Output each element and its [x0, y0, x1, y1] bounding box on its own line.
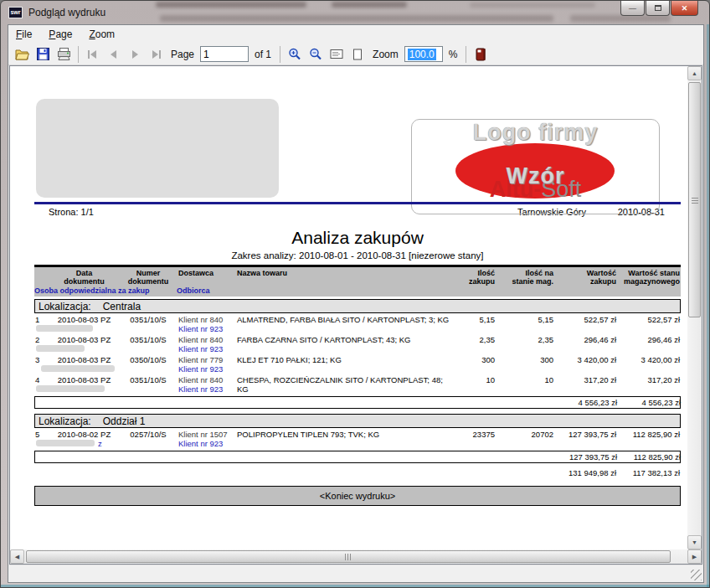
save-button[interactable]	[33, 45, 52, 64]
print-preview-window: swr Podgląd wydruku — ✕ File Page Zoom	[0, 0, 710, 588]
col-date: Data dokumentu	[49, 269, 120, 286]
report-title: Analiza zakupów	[34, 228, 681, 248]
redacted-name-suffix: z	[98, 439, 102, 448]
restore-icon	[655, 5, 661, 11]
scroll-up-icon: ▲	[692, 70, 697, 76]
menu-bar: File Page Zoom	[8, 25, 703, 44]
table-row: 5 2010-08-02 PZ 0257/10/S Klient nr 1507…	[34, 430, 681, 448]
subtotal-centrala: 4 556,23 zł 4 556,23 zł	[34, 396, 681, 409]
table-row: 3 2010-08-03 PZ 0350/10/S Klient nr 779K…	[34, 355, 681, 374]
vertical-scroll-thumb[interactable]	[688, 82, 701, 317]
scroll-down-button[interactable]: ▼	[687, 535, 702, 549]
page-info: Strona: 1/1	[49, 207, 94, 217]
client-area: File Page Zoom	[8, 24, 704, 583]
header-rule	[34, 202, 681, 204]
zoom-in-icon	[288, 48, 301, 61]
end-of-print-banner: <Koniec wydruku>	[34, 486, 681, 506]
thumb-grip-icon	[345, 554, 352, 560]
close-button[interactable]: ✕	[671, 1, 698, 16]
horizontal-scroll-thumb[interactable]	[26, 550, 671, 563]
col-responsible: Osoba odpowiedzialna za zakup	[34, 286, 150, 295]
glass-smudge	[470, 3, 595, 8]
table-row: 4 2010-08-03 PZ 0351/10/S Klient nr 840K…	[34, 375, 681, 394]
exit-door-icon	[476, 48, 486, 61]
next-page-icon	[129, 49, 141, 59]
logo-placeholder-line2: Wzór	[412, 163, 659, 189]
report-subtitle: Zakres analizy: 2010-08-01 - 2010-08-31 …	[34, 250, 681, 260]
col-qty: Ilość zakupu	[440, 269, 496, 286]
toolbar-separator	[466, 46, 466, 63]
page-label: Page	[171, 49, 194, 60]
next-page-button[interactable]	[126, 45, 144, 64]
horizontal-scrollbar[interactable]: ◀ ▶	[10, 549, 702, 564]
redacted-name	[36, 440, 95, 446]
previous-page-button[interactable]	[105, 45, 123, 64]
window-frame-edge	[707, 24, 709, 587]
open-folder-icon	[15, 49, 29, 60]
percent-label: %	[449, 49, 458, 60]
page-number-input[interactable]: 1	[200, 46, 249, 62]
section-header-centrala: Lokalizacja:Centrala	[34, 299, 681, 313]
first-page-button[interactable]	[84, 45, 102, 64]
section-header-oddzial-1: Lokalizacja:Oddział 1	[34, 414, 681, 428]
window-title: Podgląd wydruku	[28, 7, 105, 18]
col-value: Wartość zakupu	[554, 269, 617, 286]
menu-page[interactable]: Page	[49, 28, 72, 40]
window-frame-edge	[1, 585, 709, 587]
open-button[interactable]	[13, 45, 31, 64]
restore-button[interactable]	[646, 1, 670, 16]
logo-placeholder-line1: Logo firmy	[412, 120, 659, 146]
scroll-down-icon: ▼	[692, 539, 697, 545]
zoom-out-icon	[309, 48, 322, 61]
previous-page-icon	[108, 49, 120, 59]
report-table: Data dokumentu Numer dokumentu Dostawca …	[34, 265, 681, 506]
zoom-in-button[interactable]	[286, 45, 304, 64]
toolbar: Page 1 of 1	[8, 44, 703, 65]
redacted-name	[36, 325, 93, 332]
grand-total-row: 131 949,98 zł 117 382,13 zł	[34, 467, 681, 478]
redacted-name	[41, 365, 115, 372]
glass-smudge	[332, 2, 407, 8]
resize-grip[interactable]	[691, 570, 702, 580]
col-number: Numer dokumentu	[120, 269, 177, 286]
page-count-label: of 1	[255, 49, 271, 60]
table-header: Data dokumentu Numer dokumentu Dostawca …	[34, 265, 681, 297]
print-button[interactable]	[54, 45, 73, 64]
scroll-right-icon: ▶	[692, 554, 697, 560]
status-bar	[9, 565, 702, 581]
toolbar-separator	[280, 46, 280, 63]
last-page-button[interactable]	[147, 45, 165, 64]
menu-zoom[interactable]: Zoom	[89, 28, 115, 40]
last-page-icon	[149, 49, 162, 59]
company-logo: Logo firmy Wzór Altu-Soft	[411, 119, 660, 214]
scroll-up-button[interactable]: ▲	[687, 66, 702, 80]
col-stock-qty: Ilość na stanie mag.	[496, 269, 554, 286]
table-row: 2 2010-08-03 PZ 0351/10/S Klient nr 840K…	[34, 335, 681, 353]
exit-button[interactable]	[471, 45, 490, 64]
redacted-name	[36, 345, 85, 352]
glass-smudge	[570, 15, 671, 22]
vertical-scrollbar[interactable]: ▲ ▼	[687, 66, 702, 549]
fit-width-button[interactable]	[327, 45, 346, 64]
menu-file[interactable]: File	[16, 28, 32, 40]
col-receiver: Odbiorca	[177, 286, 210, 295]
preview-panel: Logo firmy Wzór Altu-Soft Strona: 1/1 Ta…	[9, 65, 702, 565]
minimize-button[interactable]: —	[620, 1, 645, 16]
zoom-input[interactable]: 100.0	[404, 46, 443, 62]
printer-icon	[57, 48, 71, 60]
col-stock-value: Wartość stanu magazynowego	[617, 269, 681, 286]
zoom-out-button[interactable]	[306, 45, 325, 64]
redacted-name	[36, 385, 105, 392]
whole-page-icon	[352, 49, 363, 60]
app-icon: swr	[8, 7, 23, 18]
col-product: Nazwa towaru	[235, 269, 440, 286]
whole-page-button[interactable]	[348, 45, 367, 64]
report-page: Logo firmy Wzór Altu-Soft Strona: 1/1 Ta…	[10, 66, 687, 549]
toolbar-separator	[78, 46, 79, 63]
scroll-right-button[interactable]: ▶	[687, 549, 702, 564]
first-page-icon	[86, 49, 100, 59]
title-bar[interactable]: swr Podgląd wydruku — ✕	[1, 1, 709, 24]
redacted-company-block	[36, 99, 279, 198]
glass-smudge	[160, 15, 553, 22]
scroll-left-button[interactable]: ◀	[10, 549, 24, 564]
